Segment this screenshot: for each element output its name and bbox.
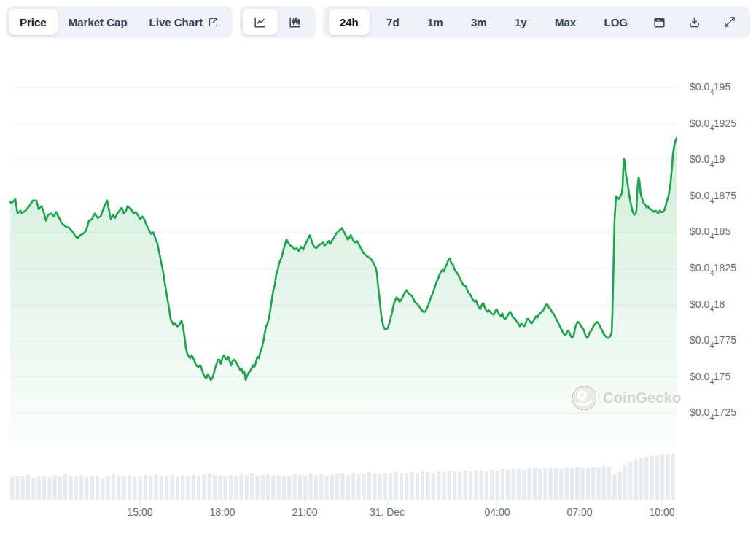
y-axis-label: $0.0419 [690, 153, 725, 167]
y-axis-label: $0.04195 [690, 81, 730, 95]
x-axis-label: 04:00 [484, 506, 510, 518]
x-axis-label: 07:00 [566, 506, 592, 518]
y-axis-label: $0.041725 [690, 406, 736, 420]
price-chart-canvas [0, 0, 756, 534]
coingecko-watermark: CoinGecko [572, 385, 681, 411]
y-axis-label: $0.04185 [690, 225, 730, 239]
y-axis-label: $0.04175 [690, 370, 730, 384]
coingecko-logo-icon [572, 385, 597, 411]
x-axis-label: 18:00 [209, 506, 235, 518]
y-axis-label: $0.041825 [690, 262, 736, 276]
y-axis-label: $0.0418 [690, 298, 725, 312]
coingecko-watermark-text: CoinGecko [603, 390, 681, 406]
y-axis-label: $0.041775 [690, 334, 736, 348]
y-axis-label: $0.041875 [690, 189, 736, 203]
x-axis-label: 21:00 [292, 506, 317, 518]
price-chart[interactable] [0, 38, 756, 534]
x-axis-label: 15:00 [127, 506, 152, 518]
y-axis-label: $0.041925 [690, 117, 736, 131]
x-axis-label: 31. Dec [370, 506, 405, 518]
x-axis-label: 10:00 [649, 506, 674, 518]
volume-bars [10, 454, 675, 500]
